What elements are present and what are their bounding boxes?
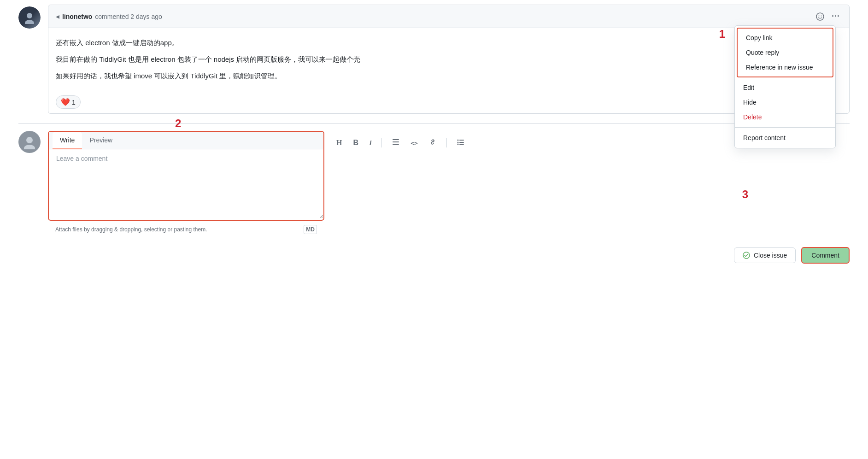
hide-item[interactable]: Hide: [735, 95, 835, 110]
svg-point-3: [818, 15, 819, 16]
section-divider: [18, 123, 850, 124]
svg-point-12: [457, 142, 458, 143]
step1-badge: 1: [719, 28, 725, 41]
dropdown-group-2: Edit Hide Delete: [735, 77, 835, 128]
svg-rect-8: [393, 141, 399, 142]
toolbar-code-btn[interactable]: <>: [408, 137, 421, 149]
quote-reply-item[interactable]: Quote reply: [738, 45, 833, 60]
svg-point-1: [25, 20, 34, 24]
comment-header-right: ···: [814, 10, 842, 23]
svg-rect-9: [393, 144, 399, 145]
svg-rect-13: [459, 142, 464, 143]
comment-block: 1 ◂ linonetwo commented 2 days ago: [18, 0, 850, 114]
tab-preview[interactable]: Preview: [82, 132, 120, 149]
form-avatar: [18, 131, 41, 153]
report-content-item[interactable]: Report content: [735, 130, 835, 145]
toolbar-heading-btn[interactable]: H: [334, 137, 345, 149]
comment-username: linonetwo: [62, 13, 92, 20]
svg-point-4: [821, 15, 821, 16]
comment-body: 还有嵌入 electron 做成一键启动的app。 我目前在做的 TiddlyG…: [48, 28, 849, 91]
heart-count: 1: [72, 99, 76, 106]
markdown-icon: MD: [304, 225, 317, 234]
step3-badge: 3: [742, 188, 748, 201]
edit-item[interactable]: Edit: [735, 80, 835, 95]
emoji-button[interactable]: [814, 11, 826, 23]
comment-meta: commented 2 days ago: [95, 13, 162, 20]
comment-textarea[interactable]: [49, 149, 323, 218]
action-bar: Close issue Comment: [18, 247, 850, 277]
attach-text: Attach files by dragging & dropping, sel…: [55, 226, 207, 233]
comment-button[interactable]: Comment: [801, 247, 850, 264]
comment-form-section: 2 3 Write Preview: [18, 131, 850, 238]
delete-item[interactable]: Delete: [735, 110, 835, 124]
toolbar-separator-2: [446, 138, 447, 147]
svg-point-2: [816, 13, 824, 20]
attach-info: Attach files by dragging & dropping, sel…: [48, 221, 324, 238]
close-issue-label: Close issue: [754, 252, 787, 259]
svg-point-10: [457, 140, 458, 141]
step2-badge: 2: [175, 117, 181, 130]
close-issue-button[interactable]: Close issue: [734, 247, 796, 263]
attach-info-container: Attach files by dragging & dropping, sel…: [48, 221, 324, 238]
editor-row: Write Preview H B I: [48, 131, 850, 221]
toolbar-list-btn[interactable]: [389, 136, 402, 149]
reactions-bar: ❤️ 1: [48, 91, 849, 113]
editor-area: Write Preview H B I: [48, 131, 850, 238]
comment-line-2: 我目前在做的 TiddlyGit 也是用 electron 包装了一个 node…: [56, 54, 842, 65]
comment-header-left: ◂ linonetwo commented 2 days ago: [56, 12, 162, 21]
avatar: [18, 6, 41, 29]
svg-rect-11: [459, 140, 464, 141]
comment-line-3: 如果好用的话，我也希望 imove 可以嵌入到 TiddlyGit 里，赋能知识…: [56, 71, 842, 82]
tab-bar: Write Preview: [49, 132, 323, 149]
dropdown-menu: Copy link Quote reply Reference in new i…: [734, 25, 836, 148]
dropdown-group-3: Report content: [735, 128, 835, 148]
svg-rect-15: [459, 144, 464, 145]
heart-icon: ❤️: [61, 98, 70, 106]
svg-point-14: [457, 144, 458, 145]
comment-header: ◂ linonetwo commented 2 days ago: [48, 5, 849, 28]
reference-new-issue-item[interactable]: Reference in new issue: [738, 60, 833, 75]
editor-inner-box: Write Preview: [48, 131, 324, 221]
page-wrapper: 1 ◂ linonetwo commented 2 days ago: [0, 0, 868, 459]
toolbar-italic-btn[interactable]: I: [367, 137, 374, 149]
toolbar-link-btn[interactable]: [426, 136, 439, 149]
tab-write[interactable]: Write: [53, 132, 82, 149]
copy-link-item[interactable]: Copy link: [738, 30, 833, 45]
more-options-button[interactable]: ···: [830, 10, 842, 23]
toolbar-ul-btn[interactable]: [454, 136, 467, 149]
svg-point-6: [24, 145, 35, 149]
dropdown-group-1: Copy link Quote reply Reference in new i…: [737, 28, 833, 77]
toolbar-bold-btn[interactable]: B: [350, 137, 361, 149]
svg-rect-7: [393, 139, 399, 140]
svg-point-5: [26, 137, 33, 143]
toolbar-area: H B I: [334, 131, 467, 149]
svg-point-0: [27, 13, 32, 18]
heart-reaction-button[interactable]: ❤️ 1: [56, 95, 81, 109]
arrow-left-icon: ◂: [56, 12, 59, 21]
comment-container: ◂ linonetwo commented 2 days ago: [48, 5, 850, 114]
toolbar-separator-1: [381, 138, 382, 147]
